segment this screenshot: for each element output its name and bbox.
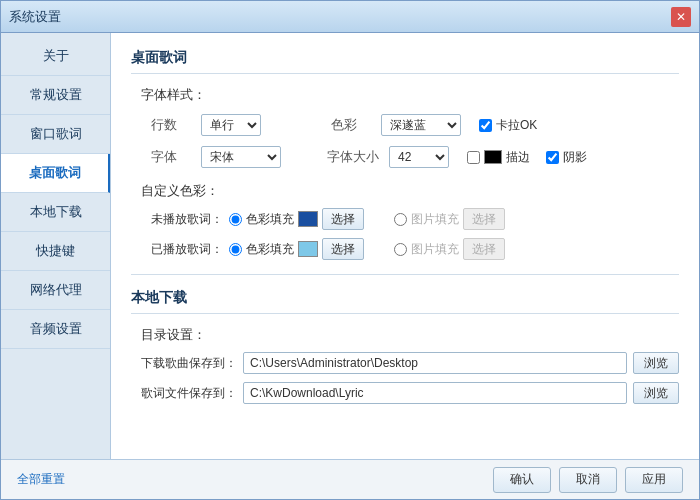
song-browse-button[interactable]: 浏览 <box>633 352 679 374</box>
sidebar: 关于 常规设置 窗口歌词 桌面歌词 本地下载 快捷键 网络代理 音频设置 <box>1 33 111 459</box>
outline-label: 描边 <box>506 149 530 166</box>
shadow-label: 阴影 <box>563 149 587 166</box>
dir-settings-label-row: 目录设置： <box>141 326 679 344</box>
outline-swatch <box>484 150 502 164</box>
rows-select[interactable]: 单行 双行 <box>201 114 261 136</box>
font-size-select[interactable]: 32 36 42 48 56 <box>389 146 449 168</box>
sidebar-item-window-lyrics[interactable]: 窗口歌词 <box>1 115 110 154</box>
sidebar-item-local-download[interactable]: 本地下载 <box>1 193 110 232</box>
karaoke-ok-checkbox[interactable] <box>479 119 492 132</box>
custom-color-section: 自定义色彩： 未播放歌词： 色彩填充 选择 图片填充 <box>141 182 679 260</box>
played-image-radio[interactable] <box>394 243 407 256</box>
unplayed-color-radio[interactable] <box>229 213 242 226</box>
sidebar-item-desktop-lyrics[interactable]: 桌面歌词 <box>1 154 110 193</box>
color-select[interactable]: 深遂蓝 红色 绿色 <box>381 114 461 136</box>
unplayed-image-fill-group: 图片填充 选择 <box>394 208 505 230</box>
played-color-select-button[interactable]: 选择 <box>322 238 364 260</box>
shadow-group: 阴影 <box>546 149 587 166</box>
played-color-radio[interactable] <box>229 243 242 256</box>
song-save-row: 下载歌曲保存到： 浏览 <box>141 352 679 374</box>
lyric-browse-button[interactable]: 浏览 <box>633 382 679 404</box>
unplayed-color-row: 未播放歌词： 色彩填充 选择 图片填充 选择 <box>141 208 679 230</box>
system-settings-window: 系统设置 ✕ 关于 常规设置 窗口歌词 桌面歌词 本地下载 快捷键 <box>0 0 700 500</box>
unplayed-color-select-button[interactable]: 选择 <box>322 208 364 230</box>
rows-label: 行数 <box>151 116 191 134</box>
local-download-section: 本地下载 目录设置： 下载歌曲保存到： 浏览 歌词文件保存到： 浏览 <box>131 289 679 404</box>
played-color-row: 已播放歌词： 色彩填充 选择 图片填充 选择 <box>141 238 679 260</box>
lyric-save-input[interactable] <box>243 382 627 404</box>
played-label: 已播放歌词： <box>151 241 223 258</box>
reset-all-button[interactable]: 全部重置 <box>17 471 65 488</box>
font-size-group: 字体 宋体 黑体 微软雅黑 字体大小 32 36 42 48 56 <box>141 146 679 168</box>
sidebar-item-shortcuts[interactable]: 快捷键 <box>1 232 110 271</box>
font-size-label: 字体大小 <box>327 148 379 166</box>
sidebar-item-network-proxy[interactable]: 网络代理 <box>1 271 110 310</box>
outline-group: 描边 <box>467 149 530 166</box>
unplayed-color-swatch[interactable] <box>298 211 318 227</box>
sidebar-item-general[interactable]: 常规设置 <box>1 76 110 115</box>
played-image-fill-group: 图片填充 选择 <box>394 238 505 260</box>
song-save-label: 下载歌曲保存到： <box>141 355 237 372</box>
played-image-select-button[interactable]: 选择 <box>463 238 505 260</box>
custom-color-title: 自定义色彩： <box>141 182 679 200</box>
played-color-fill-group: 色彩填充 选择 <box>229 238 364 260</box>
title-bar: 系统设置 ✕ <box>1 1 699 33</box>
section-divider <box>131 274 679 275</box>
footer: 全部重置 确认 取消 应用 <box>1 459 699 499</box>
karaoke-ok-label: 卡拉OK <box>496 117 537 134</box>
karaoke-ok-group: 卡拉OK <box>479 117 537 134</box>
unplayed-image-fill-label: 图片填充 <box>411 211 459 228</box>
sidebar-item-audio-settings[interactable]: 音频设置 <box>1 310 110 349</box>
song-save-input[interactable] <box>243 352 627 374</box>
played-image-fill-label: 图片填充 <box>411 241 459 258</box>
apply-button[interactable]: 应用 <box>625 467 683 493</box>
close-button[interactable]: ✕ <box>671 7 691 27</box>
font-select[interactable]: 宋体 黑体 微软雅黑 <box>201 146 281 168</box>
dir-settings-label: 目录设置： <box>141 327 206 342</box>
unplayed-color-fill-label: 色彩填充 <box>246 211 294 228</box>
main-content: 关于 常规设置 窗口歌词 桌面歌词 本地下载 快捷键 网络代理 音频设置 <box>1 33 699 459</box>
local-download-title: 本地下载 <box>131 289 679 314</box>
played-color-swatch[interactable] <box>298 241 318 257</box>
color-label: 色彩 <box>331 116 371 134</box>
unplayed-label: 未播放歌词： <box>151 211 223 228</box>
unplayed-color-fill-group: 色彩填充 选择 <box>229 208 364 230</box>
content-area: 桌面歌词 字体样式： 行数 单行 双行 色彩 深遂蓝 红色 <box>111 33 699 459</box>
font-style-label: 字体样式： <box>141 86 206 104</box>
font-style-group: 字体样式： <box>141 86 679 104</box>
confirm-button[interactable]: 确认 <box>493 467 551 493</box>
unplayed-image-radio[interactable] <box>394 213 407 226</box>
cancel-button[interactable]: 取消 <box>559 467 617 493</box>
outline-checkbox[interactable] <box>467 151 480 164</box>
lyric-save-label: 歌词文件保存到： <box>141 385 237 402</box>
shadow-checkbox[interactable] <box>546 151 559 164</box>
lyric-save-row: 歌词文件保存到： 浏览 <box>141 382 679 404</box>
played-color-fill-label: 色彩填充 <box>246 241 294 258</box>
desktop-lyrics-title: 桌面歌词 <box>131 49 679 74</box>
sidebar-item-about[interactable]: 关于 <box>1 37 110 76</box>
window-title: 系统设置 <box>9 8 671 26</box>
row-color-group: 行数 单行 双行 色彩 深遂蓝 红色 绿色 卡拉OK <box>141 114 679 136</box>
unplayed-image-select-button[interactable]: 选择 <box>463 208 505 230</box>
font-label: 字体 <box>151 148 191 166</box>
